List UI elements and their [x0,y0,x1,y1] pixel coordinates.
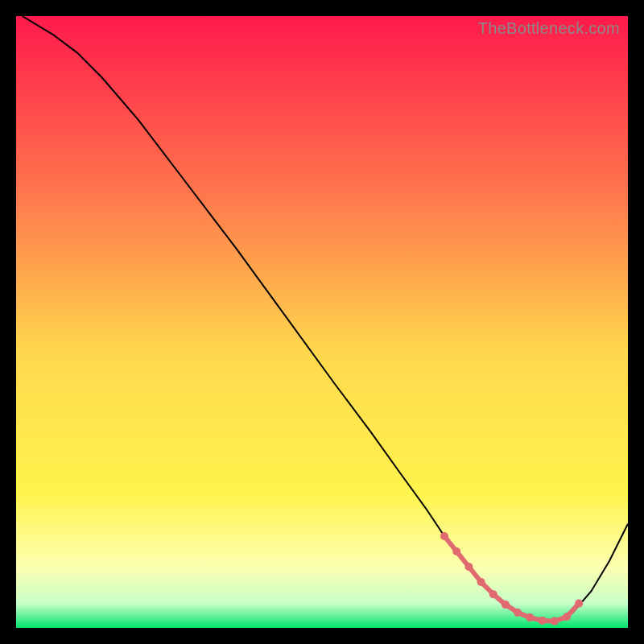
watermark-text: TheBottleneck.com [478,19,620,38]
chart-frame: TheBottleneck.com [16,16,628,628]
gradient-background [16,16,628,628]
chart-svg [16,16,628,628]
svg-point-22 [575,600,583,608]
